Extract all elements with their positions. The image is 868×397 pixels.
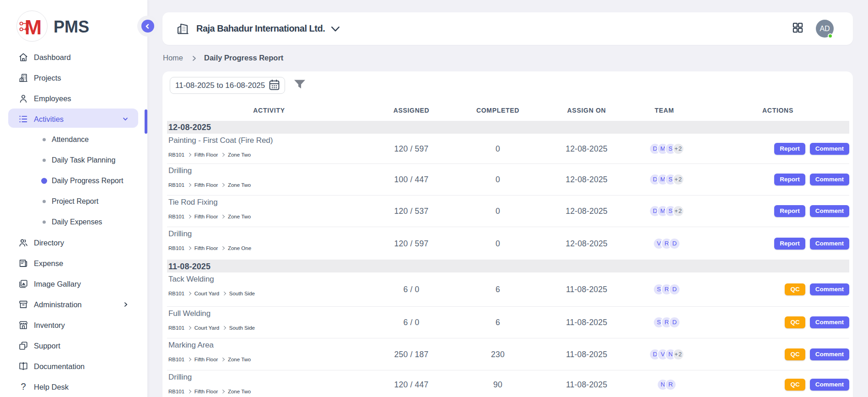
svg-text:M: M	[25, 16, 42, 39]
